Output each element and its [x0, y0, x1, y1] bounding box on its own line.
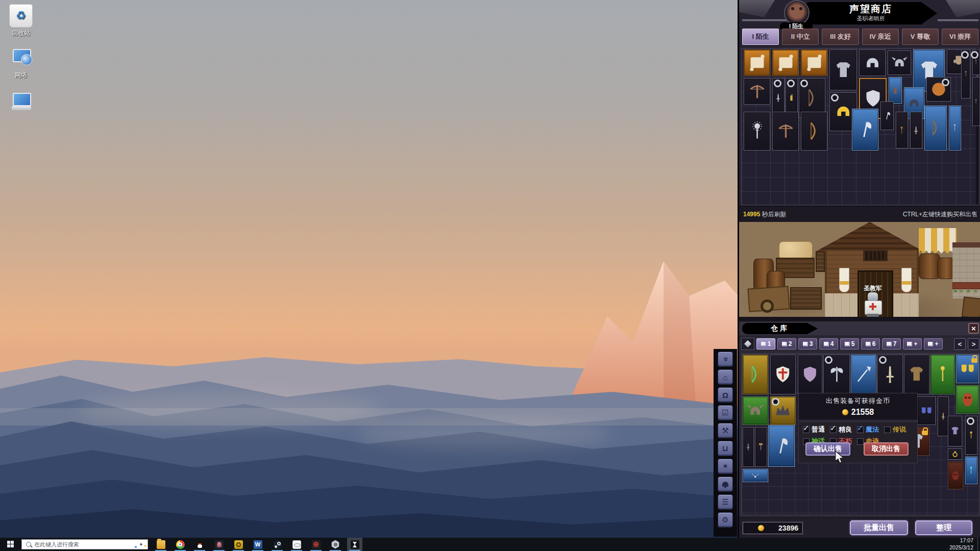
warehouse-item-shieldc[interactable]	[770, 355, 796, 394]
warehouse-gem-tab[interactable]	[741, 338, 754, 350]
shop-item-sword[interactable]	[910, 112, 922, 148]
warehouse-item-scepter[interactable]	[965, 416, 977, 455]
warehouse-item-axe[interactable]	[768, 425, 795, 467]
shop-tab-III 友好[interactable]: III 友好	[822, 29, 859, 45]
npc-crusader[interactable]: 圣教军	[860, 292, 886, 320]
taskbar-app-hex-tool[interactable]	[328, 538, 343, 551]
equipment-button[interactable]: Ω	[718, 387, 733, 403]
shop-item-scroll[interactable]	[801, 49, 827, 76]
forge-button[interactable]: ⚒	[718, 423, 733, 438]
shop-item-staff[interactable]	[961, 49, 970, 98]
tasks-button[interactable]: ☰	[718, 494, 733, 510]
taskbar-app-recorder[interactable]	[289, 538, 304, 551]
shop-item-mace[interactable]	[744, 112, 770, 151]
shop-item-bow[interactable]	[801, 112, 827, 151]
checkbox[interactable]	[884, 427, 891, 433]
enchant-button[interactable]: ✶	[718, 459, 733, 474]
warehouse-item-ring[interactable]	[948, 448, 962, 460]
shop-item-crossbow[interactable]	[772, 112, 799, 151]
shop-item-crossbow[interactable]	[744, 78, 770, 105]
warehouse-tab-+-7[interactable]: +	[903, 338, 922, 349]
warehouse-tab-5-4[interactable]: 5	[840, 338, 859, 349]
warehouse-tab-7-6[interactable]: 7	[882, 338, 901, 349]
settings-button[interactable]: ⚙	[718, 512, 733, 528]
warehouse-tab-2-1[interactable]: 2	[777, 338, 796, 349]
warehouse-item-armor[interactable]	[948, 416, 962, 446]
warehouse-item-sword[interactable]	[743, 427, 754, 467]
tabs-next-button[interactable]: >	[968, 338, 979, 350]
alerts-button[interactable]	[718, 477, 733, 492]
taskbar-app-steam[interactable]	[270, 538, 285, 551]
tavern-button[interactable]: ⊔	[718, 441, 733, 456]
desktop-icon-network[interactable]: 网络	[2, 47, 40, 80]
warehouse-item-axe2[interactable]	[823, 355, 850, 394]
taskbar-app-dark-app[interactable]	[211, 538, 227, 551]
sort-button[interactable]: 整理	[915, 520, 972, 535]
warehouse-item-bow[interactable]	[743, 355, 768, 394]
warehouse-item-gloves[interactable]	[956, 355, 979, 383]
warehouse-item-crown[interactable]	[770, 396, 796, 425]
warehouse-tab-1-0[interactable]: 1	[756, 338, 775, 349]
taskbar-app-qq[interactable]	[192, 538, 207, 551]
warehouse-item-gloves[interactable]	[917, 396, 936, 425]
collapse-button[interactable]: «	[718, 352, 733, 367]
shop-item-scroll[interactable]	[772, 49, 799, 76]
show-desktop-button[interactable]	[977, 538, 980, 551]
taskbar-clock[interactable]: 17:07 2025/3/12	[949, 537, 977, 551]
warehouse-item-mask[interactable]	[948, 462, 963, 489]
shop-tab-I 陌生[interactable]: I 陌生	[742, 29, 779, 45]
shop-item-scroll[interactable]	[744, 49, 770, 76]
desktop-icon-recycle[interactable]: ♻回收站	[2, 4, 40, 38]
batch-sell-button[interactable]: 批量出售	[850, 520, 908, 535]
taskbar-app-hourglass[interactable]	[347, 538, 362, 551]
shop-tab-V 尊敬[interactable]: V 尊敬	[902, 29, 939, 45]
checkbox[interactable]: ✓	[830, 427, 837, 433]
shop-item-staff[interactable]	[949, 106, 961, 151]
taskbar-app-word[interactable]: W	[250, 538, 265, 551]
warehouse-tab-4-3[interactable]: 4	[819, 338, 838, 349]
shop-tab-VI 崇拜[interactable]: VI 崇拜	[942, 29, 978, 45]
shop-item-staff[interactable]	[972, 49, 980, 75]
rarity-filter-精良[interactable]: ✓精良	[830, 425, 852, 434]
checkbox[interactable]: ✓	[803, 427, 810, 433]
shop-tab-II 中立[interactable]: II 中立	[782, 29, 819, 45]
shop-item-helm[interactable]	[859, 49, 886, 76]
rarity-filter-普通[interactable]: ✓普通	[803, 425, 825, 434]
shop-item-axe[interactable]	[852, 109, 878, 151]
taskbar-search[interactable]: 在此键入进行搜索 ✦✦	[21, 539, 148, 549]
warehouse-item-sword[interactable]	[938, 396, 949, 436]
rarity-filter-传说[interactable]: 传说	[884, 425, 906, 434]
warehouse-item-helmh[interactable]	[743, 396, 768, 425]
warehouse-item-necklace[interactable]	[743, 469, 768, 482]
shop-item-orb[interactable]	[926, 77, 951, 102]
taskbar-app-screen-record[interactable]	[308, 538, 324, 551]
warehouse-tab-6-5[interactable]: 6	[861, 338, 880, 349]
warehouse-tab-+-8[interactable]: +	[924, 338, 943, 349]
checkbox[interactable]: ✓	[857, 427, 864, 433]
shop-item-armor[interactable]	[829, 49, 857, 90]
quests-button[interactable]: ☑	[718, 405, 733, 420]
tabs-prev-button[interactable]: <	[954, 338, 966, 350]
taskbar-app-chrome[interactable]	[173, 538, 188, 551]
shop-item-helmh[interactable]	[888, 51, 911, 75]
shop-button[interactable]: ⌂	[718, 369, 733, 385]
shop-item-scepter[interactable]	[896, 112, 908, 148]
warehouse-tab-3-2[interactable]: 3	[798, 338, 817, 349]
shop-item-axe[interactable]	[880, 102, 894, 130]
confirm-sell-button[interactable]: 确认出售	[805, 442, 850, 456]
shop-tab-IV 亲近[interactable]: IV 亲近	[862, 29, 899, 45]
close-icon[interactable]: ×	[968, 323, 979, 334]
start-button[interactable]	[0, 538, 21, 551]
warehouse-item-sword[interactable]	[877, 355, 903, 394]
shop-item-quiver[interactable]	[889, 77, 902, 104]
taskbar-app-file-explorer[interactable]	[153, 538, 168, 551]
warehouse-item-shield[interactable]	[798, 355, 822, 394]
warehouse-item-staff[interactable]	[965, 457, 977, 484]
shop-item-staff[interactable]	[972, 77, 980, 126]
warehouse-item-staff[interactable]	[930, 355, 955, 394]
taskbar-app-game[interactable]	[231, 538, 246, 551]
warehouse-item-spear[interactable]	[851, 355, 876, 394]
cancel-sell-button[interactable]: 取消出售	[864, 442, 909, 456]
warehouse-item-hammer[interactable]	[755, 427, 767, 467]
rarity-filter-魔法[interactable]: ✓魔法	[857, 425, 879, 434]
